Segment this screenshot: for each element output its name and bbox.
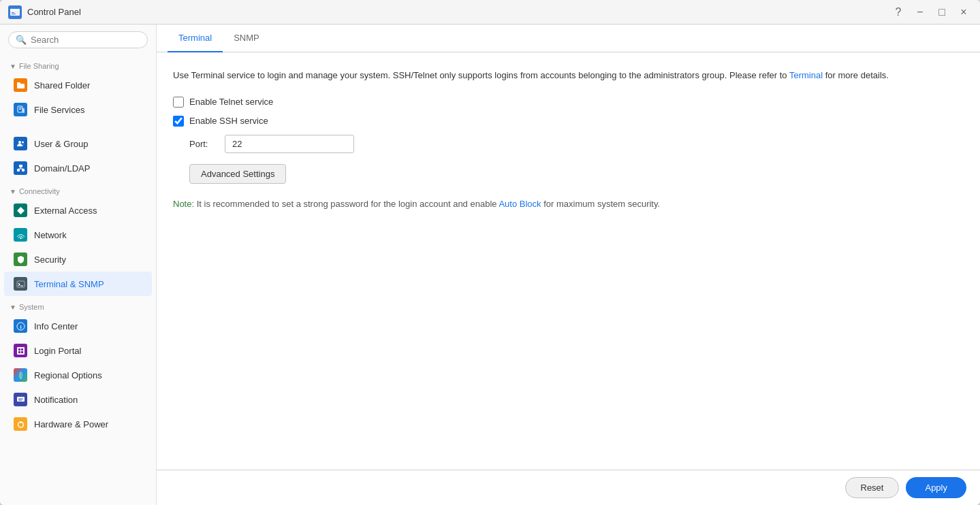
note-text-end: for maximum system security. (541, 199, 661, 209)
note-label: Note: (173, 199, 194, 209)
sidebar-item-shared-folder[interactable]: Shared Folder (4, 73, 152, 97)
terminal-link[interactable]: Terminal (789, 70, 823, 80)
description-paragraph: Use Terminal service to login and manage… (173, 69, 964, 83)
user-group-icon (14, 137, 27, 150)
sidebar-item-security[interactable]: Security (4, 247, 152, 272)
section-file-sharing-label: File Sharing (19, 62, 59, 70)
domain-ldap-icon (14, 161, 27, 175)
hardware-power-icon (14, 417, 27, 431)
collapse-arrow-system: ▼ (10, 304, 16, 311)
sidebar-item-user-group[interactable]: User & Group (4, 131, 152, 156)
control-panel-window: Control Panel ? − □ × 🔍 ▼ File Sharing (0, 0, 980, 505)
section-system[interactable]: ▼ System (0, 296, 156, 314)
svg-rect-6 (19, 109, 21, 110)
description-text-main: Use Terminal service to login and manage… (173, 70, 789, 80)
svg-rect-22 (18, 348, 20, 351)
section-connectivity-label: Connectivity (19, 187, 60, 195)
svg-rect-24 (18, 351, 20, 353)
sidebar-item-notification[interactable]: Notification (4, 387, 152, 412)
svg-rect-23 (21, 348, 23, 351)
sidebar-item-external-access[interactable]: External Access (4, 198, 152, 223)
port-row: Port: (189, 135, 964, 153)
port-label: Port: (189, 139, 217, 149)
reset-button[interactable]: Reset (845, 477, 900, 498)
sidebar-item-domain-ldap[interactable]: Domain/LDAP (4, 156, 152, 180)
maximize-button[interactable]: □ (934, 4, 950, 20)
sidebar-item-network[interactable]: Network (4, 223, 152, 247)
external-access-label: External Access (34, 206, 97, 216)
window-controls: ? − □ × (890, 4, 972, 20)
svg-rect-17 (17, 281, 25, 287)
security-label: Security (34, 255, 66, 265)
content-area: 🔍 ▼ File Sharing Shared Folder (0, 25, 980, 505)
svg-point-9 (22, 141, 24, 143)
hardware-power-label: Hardware & Power (34, 419, 108, 429)
section-connectivity[interactable]: ▼ Connectivity (0, 180, 156, 198)
telnet-checkbox-row: Enable Telnet service (173, 97, 964, 108)
bottom-bar: Reset Apply (157, 470, 980, 505)
app-icon (8, 5, 22, 19)
sidebar-item-hardware-power[interactable]: Hardware & Power (4, 412, 152, 436)
help-button[interactable]: ? (890, 4, 906, 20)
tabs-bar: Terminal SNMP (157, 25, 980, 52)
info-center-icon: i (14, 319, 27, 333)
ssh-label[interactable]: Enable SSH service (189, 116, 268, 126)
sidebar-item-regional-options[interactable]: Regional Options (4, 363, 152, 387)
telnet-label[interactable]: Enable Telnet service (189, 97, 273, 107)
port-input[interactable] (225, 135, 354, 153)
search-input[interactable] (31, 35, 140, 45)
note-paragraph: Note: It is recommended to set a strong … (173, 197, 964, 212)
regional-options-label: Regional Options (34, 370, 102, 380)
tab-terminal[interactable]: Terminal (168, 25, 223, 52)
section-user-group[interactable] (0, 122, 156, 131)
search-box[interactable]: 🔍 (8, 31, 148, 48)
regional-options-icon (14, 368, 27, 382)
domain-ldap-label: Domain/LDAP (34, 163, 90, 174)
apply-button[interactable]: Apply (906, 477, 966, 498)
svg-point-8 (18, 141, 21, 144)
file-services-icon (14, 103, 27, 116)
main-panel: Terminal SNMP Use Terminal service to lo… (157, 25, 980, 505)
section-system-label: System (19, 303, 44, 311)
svg-rect-21 (17, 347, 25, 355)
sidebar: 🔍 ▼ File Sharing Shared Folder (0, 25, 157, 505)
note-text-main: It is recommended to set a strong passwo… (194, 199, 499, 209)
description-text-end: for more details. (823, 70, 889, 80)
security-icon (14, 253, 27, 266)
svg-rect-16 (20, 238, 21, 239)
notification-label: Notification (34, 395, 78, 405)
network-label: Network (34, 230, 67, 240)
user-group-label: User & Group (34, 139, 88, 149)
login-portal-label: Login Portal (34, 346, 81, 356)
svg-marker-15 (17, 207, 25, 214)
titlebar: Control Panel ? − □ × (0, 0, 980, 25)
section-file-sharing[interactable]: ▼ File Sharing (0, 55, 156, 73)
sidebar-item-login-portal[interactable]: Login Portal (4, 338, 152, 363)
shared-folder-label: Shared Folder (34, 80, 90, 91)
notification-icon (14, 393, 27, 406)
terminal-snmp-label: Terminal & SNMP (34, 279, 104, 289)
minimize-button[interactable]: − (912, 4, 928, 20)
network-icon (14, 228, 27, 242)
svg-rect-12 (22, 169, 25, 172)
auto-block-link[interactable]: Auto Block (499, 199, 541, 209)
shared-folder-icon (14, 78, 27, 92)
tab-snmp[interactable]: SNMP (223, 25, 270, 52)
svg-rect-7 (22, 108, 25, 113)
svg-rect-11 (17, 169, 20, 172)
ssh-checkbox[interactable] (173, 116, 184, 127)
sidebar-item-file-services[interactable]: File Services (4, 97, 152, 122)
close-button[interactable]: × (955, 4, 972, 20)
info-center-label: Info Center (34, 321, 78, 331)
telnet-checkbox[interactable] (173, 97, 184, 108)
sidebar-item-info-center[interactable]: i Info Center (4, 314, 152, 338)
svg-rect-5 (19, 108, 22, 108)
sidebar-item-terminal-snmp[interactable]: Terminal & SNMP (4, 272, 152, 296)
search-icon: 🔍 (16, 35, 27, 45)
file-services-label: File Services (34, 105, 84, 115)
svg-rect-10 (19, 165, 22, 167)
terminal-snmp-icon (14, 277, 27, 291)
advanced-settings-button[interactable]: Advanced Settings (189, 164, 286, 184)
window-title: Control Panel (27, 7, 890, 17)
collapse-arrow-connectivity: ▼ (10, 188, 16, 195)
